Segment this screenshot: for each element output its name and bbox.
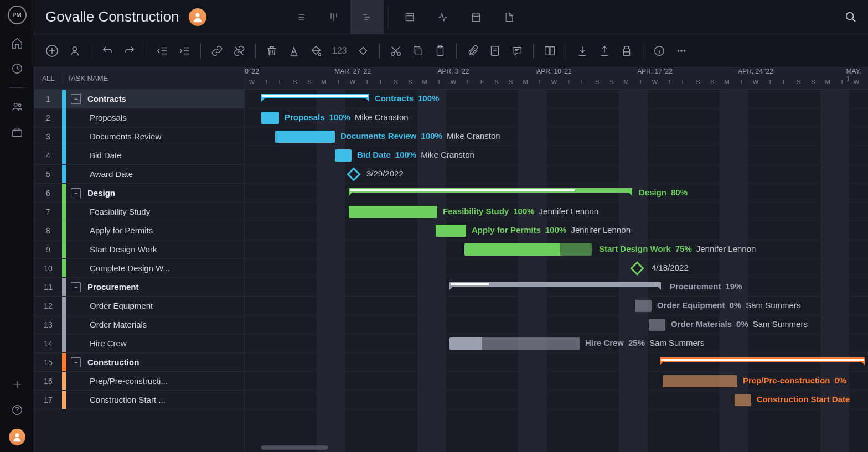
gantt-bar[interactable] xyxy=(349,188,632,193)
task-row[interactable]: 17Construction Start ... xyxy=(34,391,244,409)
gantt-bar[interactable] xyxy=(464,243,592,256)
gantt-row[interactable]: 3/29/2022 xyxy=(245,165,868,184)
gantt-row[interactable]: Bid Date 100% Mike Cranston xyxy=(245,146,868,165)
toolbar-number[interactable]: 123 xyxy=(332,46,347,56)
gantt-bar[interactable] xyxy=(450,337,580,350)
task-row[interactable]: 8Apply for Permits xyxy=(34,221,244,240)
add-icon[interactable] xyxy=(11,378,24,391)
gantt-row[interactable]: Order Equipment 0% Sam Summers xyxy=(245,297,868,315)
gantt-row[interactable]: Order Materials 0% Sam Summers xyxy=(245,315,868,334)
activity-view-tab[interactable] xyxy=(426,0,459,34)
gantt-row[interactable]: Construction xyxy=(245,353,868,372)
undo-icon[interactable] xyxy=(101,45,113,57)
task-row[interactable]: 12Order Equipment xyxy=(34,297,244,315)
milestone-marker[interactable] xyxy=(630,261,644,275)
briefcase-icon[interactable] xyxy=(11,126,24,139)
assign-icon[interactable] xyxy=(69,45,81,57)
help-icon[interactable] xyxy=(11,403,24,417)
columns-icon[interactable] xyxy=(544,45,556,57)
gantt-bar[interactable] xyxy=(261,112,279,124)
comment-icon[interactable] xyxy=(511,45,523,57)
milestone-marker[interactable] xyxy=(347,167,360,181)
add-task-icon[interactable] xyxy=(45,44,59,58)
export-icon[interactable] xyxy=(598,45,611,57)
gantt-bar[interactable] xyxy=(349,206,437,218)
column-task-name[interactable]: TASK NAME xyxy=(62,74,244,82)
task-row[interactable]: 10Complete Design W... xyxy=(34,259,244,278)
gantt-bar[interactable] xyxy=(261,94,369,98)
gantt-bar[interactable] xyxy=(660,357,865,362)
task-row[interactable]: 13Order Materials xyxy=(34,315,244,334)
fill-color-icon[interactable] xyxy=(310,45,322,57)
files-view-tab[interactable] xyxy=(493,0,526,34)
gantt-bar[interactable] xyxy=(335,149,352,162)
task-row[interactable]: 11−Procurement xyxy=(34,278,244,297)
gantt-row[interactable]: Feasibility Study 100% Jennifer Lennon xyxy=(245,202,868,221)
home-icon[interactable] xyxy=(11,37,24,50)
unlink-icon[interactable] xyxy=(233,45,245,57)
cut-icon[interactable] xyxy=(390,45,402,57)
gantt-row[interactable]: Design 80% xyxy=(245,184,868,202)
task-row[interactable]: 2Proposals xyxy=(34,108,244,127)
user-avatar-top[interactable] xyxy=(189,8,206,26)
gantt-row[interactable]: 4/18/2022 xyxy=(245,259,868,278)
gantt-row[interactable]: Prep/Pre-construction 0% xyxy=(245,372,868,391)
horizontal-scrollbar[interactable] xyxy=(261,445,328,450)
task-row[interactable]: 15−Construction xyxy=(34,353,244,372)
print-icon[interactable] xyxy=(621,45,633,57)
notes-icon[interactable] xyxy=(489,45,501,57)
gantt-row[interactable]: Contracts 100% xyxy=(245,90,868,108)
info-icon[interactable] xyxy=(653,45,665,57)
expand-toggle[interactable]: − xyxy=(71,357,81,367)
gantt-bar[interactable] xyxy=(649,319,665,331)
sheet-view-tab[interactable] xyxy=(393,0,426,34)
gantt-bar[interactable] xyxy=(663,375,737,387)
gantt-bar[interactable] xyxy=(275,131,335,143)
milestone-icon[interactable] xyxy=(357,45,369,57)
task-row[interactable]: 4Bid Date xyxy=(34,146,244,165)
task-row[interactable]: 5Award Date xyxy=(34,165,244,184)
redo-icon[interactable] xyxy=(123,45,136,57)
more-icon[interactable] xyxy=(675,45,688,57)
gantt-bar[interactable] xyxy=(436,225,466,237)
copy-icon[interactable] xyxy=(412,45,424,57)
gantt-bar[interactable] xyxy=(635,300,652,312)
recent-icon[interactable] xyxy=(11,62,24,75)
gantt-row[interactable]: Documents Review 100% Mike Cranston xyxy=(245,127,868,146)
task-row[interactable]: 3Documents Review xyxy=(34,127,244,146)
gantt-view-tab[interactable] xyxy=(350,0,384,34)
column-all[interactable]: ALL xyxy=(34,74,62,82)
gantt-row[interactable]: Construction Start Date xyxy=(245,391,868,409)
link-icon[interactable] xyxy=(211,45,223,57)
gantt-row[interactable]: Proposals 100% Mike Cranston xyxy=(245,108,868,127)
gantt-bar[interactable] xyxy=(735,394,751,406)
team-icon[interactable] xyxy=(11,100,24,113)
task-row[interactable]: 14Hire Crew xyxy=(34,334,244,353)
task-row[interactable]: 9Start Design Work xyxy=(34,240,244,259)
outdent-icon[interactable] xyxy=(156,45,168,57)
font-color-icon[interactable] xyxy=(288,45,300,57)
gantt-bar[interactable] xyxy=(450,282,661,287)
import-icon[interactable] xyxy=(576,45,588,57)
task-row[interactable]: 7Feasibility Study xyxy=(34,202,244,221)
gantt-row[interactable]: Start Design Work 75% Jennifer Lennon xyxy=(245,240,868,259)
expand-toggle[interactable]: − xyxy=(71,282,81,292)
board-view-tab[interactable] xyxy=(317,0,350,34)
indent-icon[interactable] xyxy=(178,45,190,57)
task-row[interactable]: 1−Contracts xyxy=(34,90,244,108)
expand-toggle[interactable]: − xyxy=(71,94,81,104)
gantt-row[interactable]: Hire Crew 25% Sam Summers xyxy=(245,334,868,353)
gantt-row[interactable]: Apply for Permits 100% Jennifer Lennon xyxy=(245,221,868,240)
task-row[interactable]: 6−Design xyxy=(34,184,244,202)
list-view-tab[interactable] xyxy=(284,0,317,34)
expand-toggle[interactable]: − xyxy=(71,188,81,198)
paste-icon[interactable] xyxy=(434,45,446,57)
app-logo[interactable]: PM xyxy=(8,6,27,24)
gantt-chart[interactable]: 3, 20 '22MAR, 27 '22APR, 3 '22APR, 10 '2… xyxy=(245,67,868,452)
calendar-view-tab[interactable] xyxy=(459,0,493,34)
gantt-row[interactable]: Procurement 19% xyxy=(245,278,868,297)
attach-icon[interactable] xyxy=(467,45,479,57)
user-avatar-rail[interactable] xyxy=(9,429,25,445)
delete-icon[interactable] xyxy=(266,45,278,57)
task-row[interactable]: 16Prep/Pre-constructi... xyxy=(34,372,244,391)
